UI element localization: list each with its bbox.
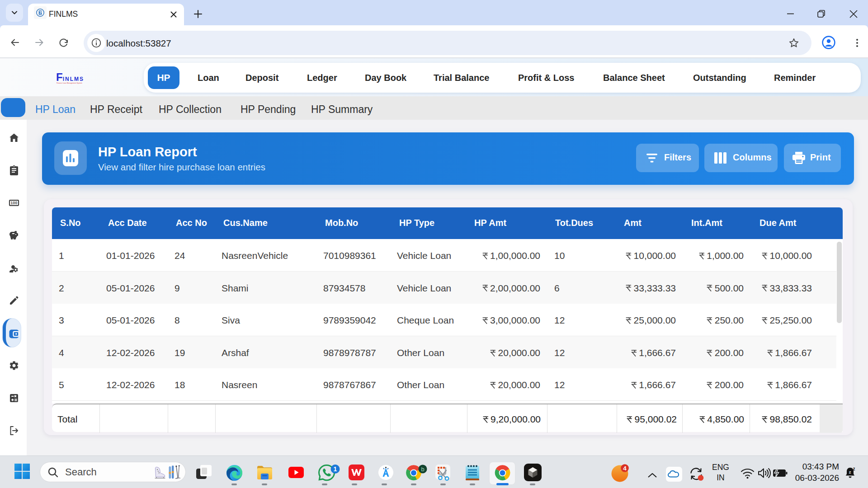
svg-text:b: b	[421, 466, 424, 473]
svg-text:z: z	[853, 467, 855, 471]
svg-text:1: 1	[334, 465, 337, 473]
svg-text:z: z	[849, 469, 851, 474]
svg-text:100: 100	[11, 201, 18, 205]
svg-text:4: 4	[623, 465, 627, 472]
